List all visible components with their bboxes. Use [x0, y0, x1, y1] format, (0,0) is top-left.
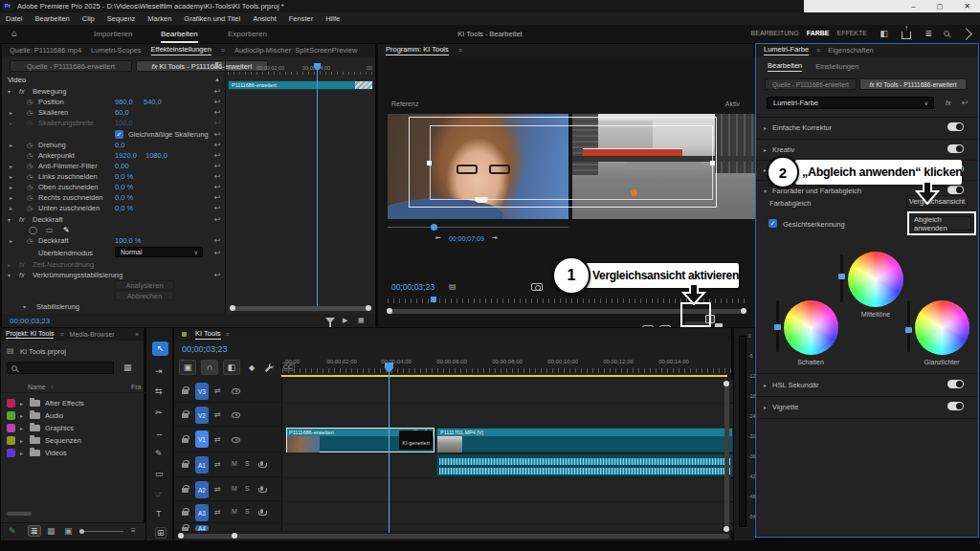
track-v1[interactable]: V1 ⇄ P1111686-erweitert ▦ fx KI-generier…	[174, 428, 733, 452]
lock-icon[interactable]	[182, 511, 189, 516]
shadows-wheel[interactable]	[784, 300, 838, 355]
track-badge-a3[interactable]: A3	[195, 504, 209, 521]
razor-tool[interactable]: ✂	[155, 408, 163, 417]
overflow-icon[interactable]: »	[135, 331, 139, 338]
audio-clip-p1111701[interactable]	[436, 454, 733, 476]
column-name[interactable]: Name	[28, 384, 46, 390]
column-framerate[interactable]: Fra	[131, 384, 142, 390]
param-ankerpunkt[interactable]: ◷ Ankerpunkt 1920,0 1080,0 ↩	[2, 150, 224, 161]
effect-group-verkruemmungsstabilisierung[interactable]: ▾ fx Verkrümmungsstabilisierung ↩	[2, 270, 224, 280]
tab-eigenschaften[interactable]: Eigenschaften	[828, 46, 874, 55]
track-a2[interactable]: A2 ⇄ M S	[174, 478, 733, 501]
lock-icon[interactable]	[182, 527, 189, 532]
subtab-einstellungen[interactable]: Einstellungen	[815, 62, 858, 71]
tab-projekt[interactable]: Projekt: KI Tools	[6, 330, 54, 339]
new-bin-button[interactable]: ▦	[123, 363, 132, 372]
timeline-playhead[interactable]	[389, 363, 390, 533]
uniform-scale-checkbox[interactable]: ✓	[115, 130, 123, 139]
track-a4[interactable]: A4	[174, 524, 733, 532]
overlay-handle[interactable]	[427, 161, 432, 165]
snap-toggle-icon[interactable]: ∩	[201, 360, 218, 375]
section-hsl-sekundaer[interactable]: ▸ HSL Sekundär	[764, 378, 970, 391]
track-badge-v3[interactable]: V3	[195, 383, 209, 400]
param-links-zuschneiden[interactable]: ▸ ◷ Links zuschneiden 0,0 % ↩	[2, 171, 224, 182]
ec-h-scrollbar[interactable]	[232, 306, 369, 311]
track-a1[interactable]: A1 ⇄ M S	[174, 453, 733, 477]
reset-icon[interactable]: ↩	[962, 99, 969, 107]
lock-icon[interactable]	[182, 438, 189, 443]
tab-audioclip-mischer[interactable]: Audioclip-Mischer: SplitScreenPreview	[234, 46, 357, 55]
shadows-slider-handle[interactable]	[774, 324, 781, 330]
tab-programm[interactable]: Programm: KI Tools	[386, 45, 449, 55]
track-v3[interactable]: V3 ⇄	[174, 380, 733, 403]
param-position[interactable]: ◷ Position 960,0 540,0 ↩	[2, 97, 224, 107]
freeform-view-icon[interactable]: ▣	[64, 526, 73, 536]
list-view-icon[interactable]: ≣	[28, 525, 41, 537]
cancel-button[interactable]: Abbrechen	[115, 291, 174, 300]
lumetri-effect-dropdown[interactable]: Lumetri-Farbe ∨	[767, 97, 934, 109]
highlights-wheel[interactable]	[915, 300, 969, 355]
reset-icon[interactable]: ↩	[214, 249, 221, 257]
menu-hilfe[interactable]: Hilfe	[325, 14, 340, 23]
program-timecode[interactable]: 00;00;03;23	[391, 282, 434, 292]
blend-mode-dropdown[interactable]: Normal ∨	[115, 247, 203, 257]
home-icon[interactable]: ⌂	[11, 28, 17, 38]
label-chip[interactable]	[7, 399, 15, 408]
toggle-kreativ[interactable]	[947, 144, 964, 153]
track-select-tool[interactable]: ⇥	[155, 366, 163, 376]
ec-source-button[interactable]: Quelle - P1111686-erweitert	[10, 60, 132, 72]
mute-button[interactable]: M	[232, 485, 237, 492]
panel-menu-icon[interactable]: ≡	[226, 331, 230, 338]
mute-button[interactable]: M	[232, 460, 237, 467]
effect-group-bewegung[interactable]: ▾ fx Bewegung ↩	[2, 86, 224, 97]
sync-lock-icon[interactable]: ⇄	[214, 508, 221, 517]
bin-row-graphics[interactable]: ▸ Graphics	[1, 422, 145, 434]
pen-mask-icon[interactable]: ✎	[63, 226, 70, 234]
analyze-button[interactable]: Analysieren	[115, 280, 174, 290]
label-chip[interactable]	[7, 411, 15, 420]
mode-effekte[interactable]: EFFEKTE	[836, 30, 867, 36]
slip-tool[interactable]: ↔	[155, 429, 164, 438]
tab-lumetri-scopes[interactable]: Lumetri-Scopes	[91, 46, 142, 55]
workspace-switcher-icon[interactable]: ◧	[880, 29, 888, 38]
minimize-button[interactable]: –	[911, 2, 915, 11]
ripple-edit-tool[interactable]: ⇆	[155, 386, 163, 396]
sync-lock-icon[interactable]: ⇄	[214, 410, 221, 419]
section-kreativ[interactable]: ▸ Kreativ	[764, 143, 970, 156]
mode-farbe[interactable]: FARBE	[807, 30, 830, 36]
menu-marken[interactable]: Marken	[147, 14, 171, 23]
sync-lock-icon[interactable]: ⇄	[214, 435, 221, 444]
go-to-out-icon[interactable]: ⇥	[492, 234, 498, 242]
panel-menu-icon[interactable]: ≡	[458, 47, 462, 54]
label-chip[interactable]	[7, 449, 15, 457]
panel-menu-icon[interactable]: ≡	[59, 331, 63, 338]
menu-sequenz[interactable]: Sequenz	[107, 14, 136, 23]
track-a3[interactable]: A3 ⇄ M S	[174, 502, 733, 523]
project-scroll-stub[interactable]	[7, 512, 32, 516]
hand-tool[interactable]: ☞	[155, 489, 163, 498]
lumetri-source-button[interactable]: Quelle - P1111686-erweitert	[765, 78, 857, 90]
track-badge-v1[interactable]: V1	[195, 430, 209, 448]
tab-importieren[interactable]: Importieren	[94, 30, 132, 38]
sort-icon[interactable]: ≡	[131, 526, 136, 535]
track-badge-a1[interactable]: A1	[195, 456, 209, 474]
selection-tool[interactable]: ↖	[152, 342, 168, 356]
effect-group-deckkraft[interactable]: ▾ fx Deckkraft ↩	[2, 214, 224, 225]
sync-lock-icon[interactable]: ⇄	[214, 485, 221, 494]
lumetri-target-button[interactable]: fx KI Tools - P1111686-erweitert	[859, 78, 967, 90]
project-search-input[interactable]	[7, 362, 114, 374]
program-playhead-marker[interactable]	[431, 297, 436, 302]
fullscreen-icon[interactable]	[960, 28, 972, 40]
section-vignette[interactable]: ▸ Vignette	[764, 400, 970, 413]
effect-group-zeit-neuzuordnung[interactable]: ▸ fx Zeit-Neuzuordnung	[2, 259, 224, 270]
bin-row-videos[interactable]: ▸ Videos	[1, 447, 145, 459]
marker-icon[interactable]: ◆	[249, 364, 255, 372]
param-drehung[interactable]: ▸ ◷ Drehung 0,0 ↩	[2, 140, 224, 150]
timeline-v-scrollbar[interactable]	[724, 381, 729, 532]
reset-icon[interactable]: ↩	[214, 87, 221, 96]
ec-playhead[interactable]	[317, 63, 318, 306]
tab-lumetri-farbe[interactable]: Lumetri-Farbe	[764, 45, 809, 55]
rectangle-tool[interactable]: ▭	[155, 469, 164, 478]
maximize-button[interactable]: ▢	[937, 3, 944, 11]
menu-grafiken[interactable]: Grafiken und Titel	[184, 14, 240, 23]
